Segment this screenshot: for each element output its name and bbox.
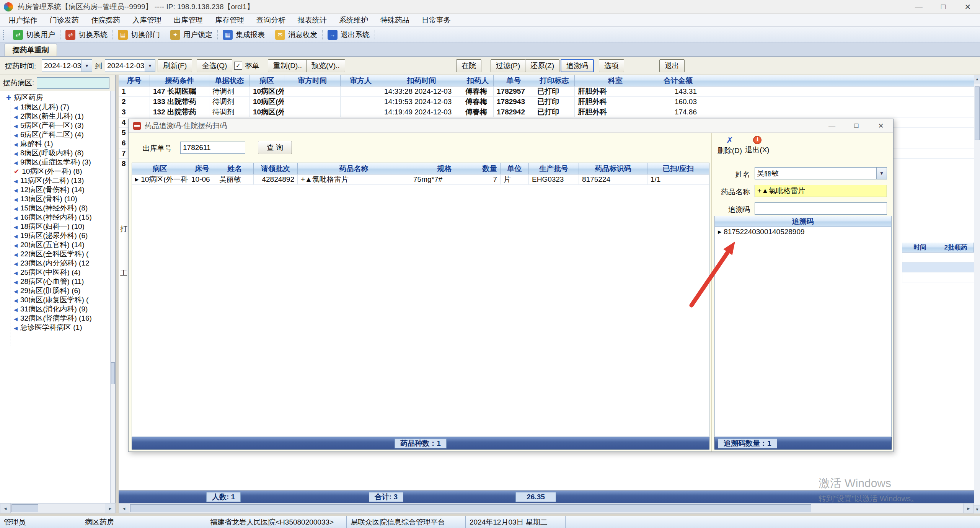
toolbar-button[interactable]: ✦ 用户锁定 — [166, 28, 216, 41]
scroll-right-icon[interactable]: ► — [105, 504, 115, 513]
panel-exit-button[interactable]: 退出(X) — [745, 136, 770, 155]
trace-code-row[interactable]: 81752240300140528909 — [715, 227, 891, 237]
tree-vertical-scrollbar[interactable] — [110, 91, 115, 503]
restore-button[interactable]: 还原(Z) — [525, 59, 559, 72]
tree-item[interactable]: 11病区(外二科) (13) — [0, 176, 110, 185]
sidebar-horizontal-scrollbar[interactable]: ◄ ► — [0, 503, 116, 513]
main-vertical-scrollbar[interactable]: ▲ ▼ — [974, 75, 980, 513]
menu-item[interactable]: 日常事务 — [416, 14, 457, 26]
dialog-minimize-button[interactable]: — — [820, 119, 844, 133]
trace-code-input[interactable] — [755, 202, 887, 215]
tree-item[interactable]: 31病区(消化内科) (9) — [0, 305, 110, 314]
tree-item[interactable]: 23病区(内分泌科) (12 — [0, 259, 110, 268]
tree-item[interactable]: 10病区(外一科) (8) — [0, 167, 110, 176]
menu-item[interactable]: 库存管理 — [209, 14, 250, 26]
preview-button[interactable]: 预览(V).. — [306, 59, 345, 72]
tree-item[interactable]: 30病区(康复医学科) ( — [0, 295, 110, 305]
exit-button[interactable]: 退出 — [659, 59, 685, 72]
filter-button[interactable]: 过滤(P) — [491, 59, 525, 72]
in-hospital-button[interactable]: 在院 — [456, 59, 481, 72]
toolbar-button[interactable]: → 退出系统 — [324, 28, 373, 41]
chevron-down-icon[interactable]: ▼ — [876, 168, 887, 179]
tree-item[interactable]: 32病区(肾病学科) (16) — [0, 314, 110, 323]
scroll-down-icon[interactable]: ▼ — [974, 505, 980, 513]
scroll-right-icon[interactable]: ► — [963, 504, 973, 513]
toolbar-button[interactable]: ⇄ 切换系统 — [62, 28, 111, 41]
whole-order-checkbox[interactable] — [234, 62, 242, 70]
scroll-left-icon[interactable]: ◄ — [0, 504, 11, 513]
scrollbar-thumb[interactable] — [11, 504, 38, 512]
options-button[interactable]: 选项 — [599, 59, 624, 72]
dialog-maximize-button[interactable]: □ — [844, 119, 869, 133]
column-header: 时间 — [902, 243, 938, 253]
menu-item[interactable]: 出库管理 — [168, 14, 209, 26]
tree-item[interactable]: 6病区(产科二区) (4) — [0, 130, 110, 139]
ward-search-input[interactable] — [37, 77, 109, 89]
menu-item[interactable]: 用户操作 — [2, 14, 44, 26]
query-button[interactable]: 查 询 — [258, 141, 292, 154]
tree-item[interactable]: 急诊医学科病区 (1) — [0, 323, 110, 332]
menu-item[interactable]: 门诊发药 — [44, 14, 85, 26]
scrollbar-thumb[interactable] — [130, 504, 811, 512]
tree-item[interactable]: 19病区(泌尿外科) (6) — [0, 231, 110, 240]
dialog-close-button[interactable]: ✕ — [869, 119, 893, 133]
drug-name-input[interactable] — [755, 185, 887, 197]
cell-status: 待调剂 — [209, 86, 250, 96]
main-horizontal-scrollbar[interactable]: ◄ ► — [119, 503, 974, 513]
tree-root-node[interactable]: ✚ 病区药房 — [0, 93, 110, 103]
trace-code-button[interactable]: 追溯码 — [561, 59, 594, 72]
tree-item[interactable]: 15病区(神经外科) (8) — [0, 204, 110, 213]
tree-item[interactable]: 8病区(呼吸内科) (8) — [0, 148, 110, 158]
tree-item[interactable]: 麻醉科 (1) — [0, 139, 110, 148]
tree-item[interactable]: 13病区(骨科) (10) — [0, 194, 110, 204]
close-button[interactable]: ✕ — [956, 0, 980, 14]
table-row[interactable]: 1 147 长期医嘱 待调剂 10病区(外一科) 14:33:28 2024-1… — [119, 86, 974, 97]
scrollbar-thumb[interactable] — [975, 86, 980, 140]
maximize-button[interactable]: □ — [931, 0, 956, 14]
tab-remake-sheet[interactable]: 摆药单重制 — [5, 44, 57, 56]
tree-item[interactable]: 12病区(骨伤科) (14) — [0, 185, 110, 194]
tree-item[interactable]: 9病区(重症医学科) (3) — [0, 158, 110, 167]
menu-item[interactable]: 报表统计 — [292, 14, 333, 26]
column-header: 请领批次 — [254, 163, 298, 174]
menu-item[interactable]: 查询分析 — [250, 14, 292, 26]
tree-scrollbar-thumb[interactable] — [111, 362, 115, 384]
toolbar-button[interactable]: ▤ 切换部门 — [114, 28, 164, 41]
tree-item-icon — [14, 176, 18, 185]
chevron-down-icon[interactable]: ▼ — [82, 60, 92, 72]
scroll-left-icon[interactable]: ◄ — [119, 504, 129, 513]
tree-item[interactable]: 28病区(心血管) (11) — [0, 277, 110, 286]
tree-item[interactable]: 1病区(儿科) (7) — [0, 103, 110, 112]
scroll-up-icon[interactable]: ▲ — [974, 75, 980, 83]
tree-item[interactable]: 22病区(全科医学科) ( — [0, 249, 110, 259]
select-all-button[interactable]: 全选(Q) — [197, 59, 232, 72]
scan-table-row[interactable]: 10病区(外一科) 10-06 吴丽敏 42824892 +▲氯吡格雷片 75m… — [132, 174, 709, 185]
delete-button[interactable]: ✗ 删除(D) — [717, 136, 742, 156]
date-from-picker[interactable]: 2024-12-03 ▼ — [42, 59, 92, 72]
menu-item[interactable]: 入库管理 — [126, 14, 168, 26]
order-no-input[interactable] — [180, 142, 245, 154]
menu-item[interactable]: 住院摆药 — [85, 14, 126, 26]
tree-item-label: 22病区(全科医学科) ( — [20, 249, 88, 259]
minimize-button[interactable]: — — [907, 0, 931, 14]
tree-item[interactable]: 2病区(新生儿科) (1) — [0, 112, 110, 121]
tree-item[interactable]: 5病区(产科一区) (3) — [0, 121, 110, 130]
patient-name-dropdown[interactable]: 吴丽敏 ▼ — [755, 167, 887, 179]
tree-item[interactable]: 29病区(肛肠科) (6) — [0, 286, 110, 295]
refresh-button[interactable]: 刷新(F) — [158, 59, 192, 72]
menu-item[interactable]: 特殊药品 — [374, 14, 416, 26]
tree-item[interactable]: 20病区(五官科) (14) — [0, 240, 110, 249]
table-row[interactable]: 2 133 出院带药 待调剂 10病区(外一科) 14:19:53 2024-1… — [119, 97, 974, 107]
toolbar-button[interactable]: ▦ 集成报表 — [219, 28, 269, 41]
remake-button[interactable]: 重制(D).. — [268, 59, 307, 72]
toolbar-grip[interactable] — [3, 30, 6, 40]
menu-item[interactable]: 系统维护 — [333, 14, 374, 26]
toolbar-button[interactable]: ⇄ 切换用户 — [9, 28, 59, 41]
toolbar-button[interactable]: ✉ 消息收发 — [271, 28, 321, 41]
tree-item[interactable]: 25病区(中医科) (4) — [0, 268, 110, 277]
tree-item[interactable]: 16病区(神经内科) (15) — [0, 213, 110, 222]
date-to-picker[interactable]: 2024-12-03 ▼ — [105, 59, 155, 72]
table-row[interactable]: 3 132 出院带药 待调剂 10病区(外一科) 14:19:49 2024-1… — [119, 107, 974, 117]
chevron-down-icon[interactable]: ▼ — [145, 60, 155, 72]
tree-item[interactable]: 18病区(妇科一) (10) — [0, 222, 110, 231]
